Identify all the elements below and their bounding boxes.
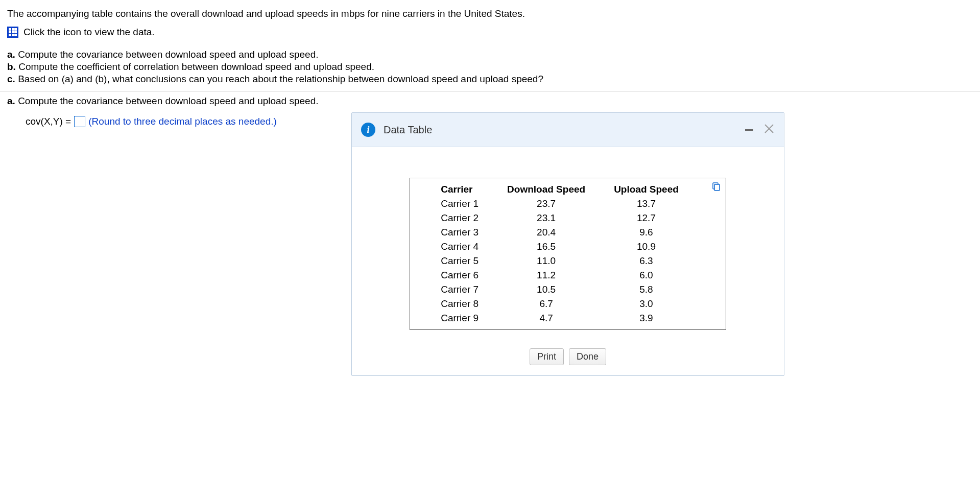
answer-a-label: a. xyxy=(7,96,15,106)
minimize-button[interactable] xyxy=(744,121,754,138)
q-c-label: c. xyxy=(7,74,15,84)
header-carrier: Carrier xyxy=(426,182,493,197)
info-icon: i xyxy=(361,123,375,137)
question-list: a. Compute the covariance between downlo… xyxy=(7,49,973,85)
svg-rect-4 xyxy=(714,184,720,191)
header-download: Download Speed xyxy=(493,182,600,197)
cell-download: 6.7 xyxy=(493,297,600,311)
cell-upload: 13.7 xyxy=(600,197,693,211)
cell-download: 11.0 xyxy=(493,254,600,268)
cell-carrier: Carrier 9 xyxy=(426,311,493,325)
cell-download: 11.2 xyxy=(493,268,600,282)
q-b-label: b. xyxy=(7,61,16,72)
cell-download: 20.4 xyxy=(493,225,600,240)
view-data-link[interactable]: Click the icon to view the data. xyxy=(23,27,155,38)
q-b-text: Compute the coefficient of correlation b… xyxy=(18,61,374,72)
close-button[interactable] xyxy=(763,123,775,137)
cell-carrier: Carrier 2 xyxy=(426,211,493,225)
header-upload: Upload Speed xyxy=(600,182,693,197)
svg-rect-0 xyxy=(745,129,753,131)
q-c-text: Based on (a) and (b), what conclusions c… xyxy=(18,74,543,84)
cell-upload: 10.9 xyxy=(600,240,693,254)
divider xyxy=(0,91,980,91)
print-button[interactable]: Print xyxy=(530,348,564,365)
cell-carrier: Carrier 7 xyxy=(426,282,493,297)
table-row: Carrier 320.49.6 xyxy=(426,225,693,240)
table-row: Carrier 223.112.7 xyxy=(426,211,693,225)
cov-answer-input[interactable] xyxy=(74,116,85,127)
intro-text: The accompanying table contains the over… xyxy=(7,8,973,19)
cell-download: 23.1 xyxy=(493,211,600,225)
cell-carrier: Carrier 6 xyxy=(426,268,493,282)
cell-download: 10.5 xyxy=(493,282,600,297)
data-table-icon[interactable] xyxy=(7,27,18,38)
cell-download: 16.5 xyxy=(493,240,600,254)
data-table-dialog: i Data Table xyxy=(351,112,784,376)
cell-carrier: Carrier 5 xyxy=(426,254,493,268)
copy-icon[interactable] xyxy=(711,182,721,194)
cov-lhs: cov(X,Y) = xyxy=(26,116,71,127)
table-row: Carrier 86.73.0 xyxy=(426,297,693,311)
cell-upload: 12.7 xyxy=(600,211,693,225)
round-hint: (Round to three decimal places as needed… xyxy=(88,116,277,127)
q-a-text: Compute the covariance between download … xyxy=(18,49,318,60)
dialog-title: Data Table xyxy=(384,124,744,136)
table-row: Carrier 123.713.7 xyxy=(426,197,693,211)
data-table: Carrier Download Speed Upload Speed Carr… xyxy=(426,182,693,325)
cell-upload: 6.0 xyxy=(600,268,693,282)
table-row: Carrier 94.73.9 xyxy=(426,311,693,325)
table-row: Carrier 611.26.0 xyxy=(426,268,693,282)
cell-download: 4.7 xyxy=(493,311,600,325)
done-button[interactable]: Done xyxy=(569,348,606,365)
answer-a-text: Compute the covariance between download … xyxy=(18,96,318,106)
cell-upload: 5.8 xyxy=(600,282,693,297)
cell-carrier: Carrier 3 xyxy=(426,225,493,240)
cell-carrier: Carrier 4 xyxy=(426,240,493,254)
cell-upload: 6.3 xyxy=(600,254,693,268)
table-row: Carrier 710.55.8 xyxy=(426,282,693,297)
table-header-row: Carrier Download Speed Upload Speed xyxy=(426,182,693,197)
cell-upload: 9.6 xyxy=(600,225,693,240)
cell-carrier: Carrier 1 xyxy=(426,197,493,211)
table-row: Carrier 511.06.3 xyxy=(426,254,693,268)
q-a-label: a. xyxy=(7,49,15,60)
table-row: Carrier 416.510.9 xyxy=(426,240,693,254)
cell-upload: 3.9 xyxy=(600,311,693,325)
cell-carrier: Carrier 8 xyxy=(426,297,493,311)
cell-upload: 3.0 xyxy=(600,297,693,311)
cell-download: 23.7 xyxy=(493,197,600,211)
